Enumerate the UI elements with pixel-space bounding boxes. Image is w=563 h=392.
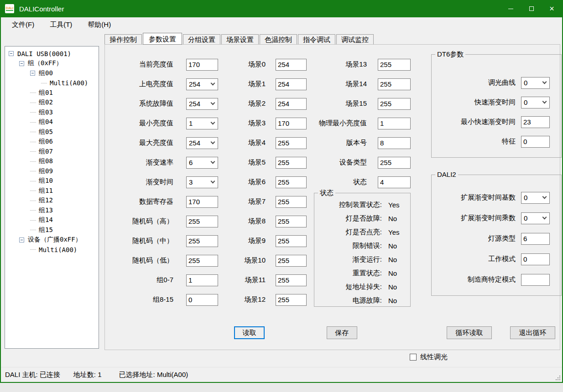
status-value: No — [382, 283, 406, 291]
status-row-reset-state: 重置状态:No — [314, 266, 410, 280]
tree-item-group10[interactable]: 组10 — [5, 176, 99, 186]
operating-mode-input[interactable] — [521, 253, 550, 265]
scene12-input[interactable] — [276, 294, 307, 306]
field-label: 随机码（低） — [114, 256, 173, 265]
data-register-input[interactable] — [186, 196, 218, 208]
save-button[interactable]: 保存 — [327, 326, 357, 339]
field-row: 版本号 — [300, 133, 411, 153]
power-on-level-combo[interactable]: 254 — [186, 78, 218, 90]
tab-grouping-settings[interactable]: 分组设置 — [183, 34, 220, 45]
fast-fade-time-combo[interactable]: 0 — [521, 97, 550, 108]
system-failure-level-combo[interactable]: 254 — [186, 98, 218, 110]
tab-debug-monitor[interactable]: 调试监控 — [336, 34, 374, 45]
tree-item-label: 组（0xFF） — [28, 59, 63, 67]
scene15-input[interactable] — [378, 98, 411, 110]
tree-item-label: 组00 — [39, 69, 53, 77]
tree-item-group08[interactable]: 组08 — [5, 157, 99, 167]
tab-parameter-settings[interactable]: 参数设置 — [143, 33, 182, 45]
scene13-input[interactable] — [378, 59, 411, 71]
field-row: 场景14 — [300, 74, 411, 94]
field-label: 场景11 — [229, 276, 266, 284]
fade-time-combo[interactable]: 3 — [186, 176, 218, 188]
tree-item-group12[interactable]: 组12 — [5, 196, 99, 206]
device-type-input[interactable] — [378, 157, 411, 169]
menu-tools[interactable]: 工具(T) — [43, 19, 78, 31]
scene10-input[interactable] — [276, 255, 307, 267]
scene7-input[interactable] — [276, 196, 307, 208]
random-code-mid-input[interactable] — [186, 235, 218, 247]
tree-item-group14[interactable]: 组14 — [5, 216, 99, 226]
menu-file[interactable]: 文件(F) — [5, 19, 41, 31]
current-level-input[interactable] — [186, 59, 218, 71]
fade-rate-combo[interactable]: 6 — [186, 157, 218, 169]
tree-item-device-multi-a00[interactable]: Multi(A00) — [5, 245, 99, 255]
tree-item-dali-usb-0001[interactable]: DALI USB(0001) — [5, 49, 99, 59]
tab-command-debug[interactable]: 指令调试 — [298, 34, 335, 45]
tab-operation-control[interactable]: 操作控制 — [104, 34, 142, 45]
scene8-input[interactable] — [276, 216, 307, 227]
param-column-2: 场景0 场景1 场景2 场景3 场景4 场景5 场景6 场景7 场景8 场景9 … — [229, 55, 307, 309]
tree-item-label: 组09 — [39, 167, 53, 175]
scene9-input[interactable] — [276, 235, 307, 247]
field-label: 上电亮度值 — [114, 80, 173, 88]
tree-item-multi-a00[interactable]: Multi(A00) — [5, 78, 99, 88]
tree-connector — [30, 191, 36, 191]
tree-item-group07[interactable]: 组07 — [5, 147, 99, 157]
status-row-lamp-failure: 灯是否故障:No — [314, 211, 410, 225]
collapse-icon[interactable] — [9, 51, 14, 56]
tab-scene-settings[interactable]: 场景设置 — [221, 34, 259, 45]
tree-item-label: 组15 — [39, 226, 53, 234]
tree-item-group15[interactable]: 组15 — [5, 225, 99, 235]
min-fast-fade-time-input[interactable] — [521, 116, 550, 128]
min-level-combo[interactable]: 1 — [186, 118, 218, 129]
group-8-15-input[interactable] — [186, 294, 218, 306]
chevron-down-icon — [211, 101, 215, 105]
collapse-icon[interactable] — [30, 71, 35, 76]
tree-item-group05[interactable]: 组05 — [5, 127, 99, 137]
max-level-combo[interactable]: 254 — [186, 137, 218, 149]
phys-min-level-input[interactable] — [378, 118, 411, 129]
tree-item-group09[interactable]: 组09 — [5, 166, 99, 176]
linear-dimming-checkbox[interactable] — [410, 354, 417, 361]
ext-fade-time-mult-combo[interactable]: 0 — [521, 212, 550, 224]
field-label: 版本号 — [300, 139, 367, 147]
random-code-low-input[interactable] — [186, 255, 218, 267]
read-button[interactable]: 读取 — [234, 326, 265, 339]
close-button[interactable]: × — [542, 0, 562, 17]
version-input[interactable] — [378, 137, 411, 149]
tree-item-group02[interactable]: 组02 — [5, 98, 99, 108]
tree-item-group03[interactable]: 组03 — [5, 108, 99, 118]
status-input[interactable] — [378, 176, 411, 188]
minimize-button[interactable] — [500, 0, 521, 17]
statusbar-selected-address: 已选择地址: Multi(A00) — [119, 371, 188, 379]
dimming-curve-combo[interactable]: 0 — [521, 77, 550, 89]
tree-connector — [30, 122, 36, 123]
exit-loop-button[interactable]: 退出循环 — [510, 326, 555, 339]
ext-fade-time-base-combo[interactable]: 0 — [521, 192, 550, 204]
tree-item-group06[interactable]: 组06 — [5, 137, 99, 147]
menu-help[interactable]: 帮助(H) — [81, 19, 117, 31]
linear-dimming-row: 线性调光 — [410, 353, 448, 361]
tree-item-group11[interactable]: 组11 — [5, 186, 99, 196]
scene14-input[interactable] — [378, 78, 411, 90]
collapse-icon[interactable] — [19, 237, 24, 242]
tree-item-device-broadcast-0xff[interactable]: 设备（广播0xFF） — [5, 235, 99, 245]
tab-color-temp-control[interactable]: 色温控制 — [260, 34, 297, 45]
group-0-7-input[interactable] — [186, 274, 218, 286]
manufacturer-mode-input[interactable] — [521, 274, 550, 286]
tree-item-group04[interactable]: 组04 — [5, 118, 99, 128]
status-label: 灯是否故障: — [319, 214, 382, 223]
loop-read-button[interactable]: 循环读取 — [447, 326, 492, 339]
light-source-type-input[interactable] — [521, 233, 550, 245]
tree-item-group01[interactable]: 组01 — [5, 88, 99, 98]
scene11-input[interactable] — [276, 274, 307, 286]
collapse-icon[interactable] — [19, 61, 24, 66]
tree-item-group13[interactable]: 组13 — [5, 206, 99, 216]
tree-item-group-0xff[interactable]: 组（0xFF） — [5, 59, 99, 69]
status-value: No — [382, 297, 406, 304]
features-input[interactable] — [521, 136, 550, 148]
maximize-button[interactable] — [521, 0, 542, 17]
random-code-high-input[interactable] — [186, 216, 218, 227]
tree-item-group00[interactable]: 组00 — [5, 68, 99, 78]
resize-grip-icon[interactable] — [555, 375, 561, 381]
